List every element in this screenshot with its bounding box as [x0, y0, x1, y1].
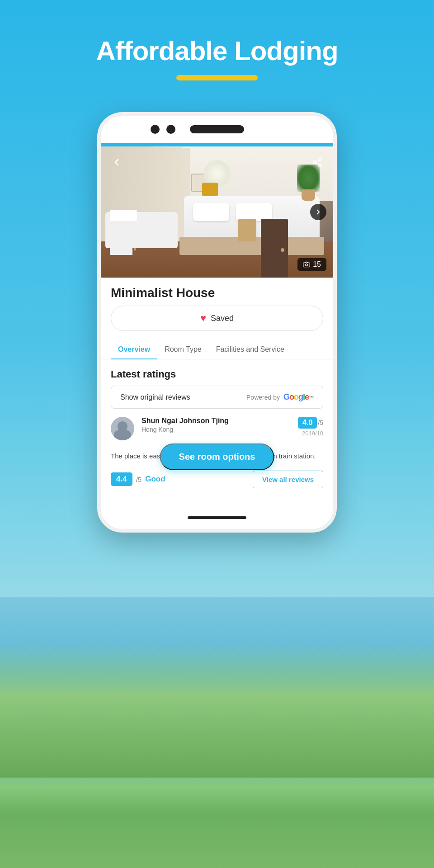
reviewer-info: Shun Ngai Johnson Tjing Hong Kong 4.0/5 … [142, 417, 323, 437]
share-button[interactable] [308, 153, 326, 171]
show-original-reviews-label: Show original reviews [120, 393, 190, 401]
bed2-pillow [110, 210, 137, 221]
svg-line-4 [316, 160, 319, 162]
plant-pot [302, 189, 315, 201]
hotel-image-container: 15 [101, 146, 333, 278]
view-all-reviews-button[interactable]: View all reviews [253, 471, 323, 488]
background-island [0, 642, 434, 778]
svg-rect-5 [303, 263, 310, 267]
svg-line-3 [316, 163, 319, 165]
room-door [261, 219, 288, 278]
phone-bottom-bar [101, 506, 333, 529]
reviewer-top-row: Shun Ngai Johnson Tjing Hong Kong 4.0/5 … [142, 417, 323, 437]
powered-by-text: Powered by [246, 394, 280, 401]
pillow-yellow [202, 183, 218, 196]
reviewer-avatar [111, 417, 134, 440]
tab-room-type[interactable]: Room Type [157, 339, 209, 359]
room-shelf [238, 219, 256, 241]
avatar-body [114, 429, 131, 440]
powered-by-row: Powered by Google™ [246, 392, 314, 402]
svg-point-1 [313, 161, 316, 164]
reviewer-name-location: Shun Ngai Johnson Tjing Hong Kong [142, 417, 229, 433]
tabs-row: Overview Room Type Facilities and Servic… [101, 339, 333, 359]
section-title-ratings: Latest ratings [101, 359, 333, 386]
photo-count-badge: 15 [297, 258, 326, 271]
tab-facilities[interactable]: Facilities and Service [209, 339, 292, 359]
phone-top-bar [101, 116, 333, 143]
bottom-rating-info: 4.4 /5 Good [111, 472, 165, 486]
photo-count-number: 15 [313, 260, 321, 269]
review-score-badge: 4.0 [298, 417, 317, 429]
bed-pillow-1 [193, 203, 229, 221]
phone-camera-left [151, 125, 160, 134]
reviewer-name: Shun Ngai Johnson Tjing [142, 417, 229, 425]
header-underline-decoration [176, 75, 258, 80]
bottom-rating-label: Good [145, 475, 165, 484]
heart-icon: ♥ [200, 312, 206, 324]
review-score-col: 4.0/5 2019/10 [298, 417, 323, 437]
svg-point-2 [319, 164, 321, 167]
next-photo-button[interactable] [310, 204, 326, 220]
bottom-rating-badge: 4.4 [111, 472, 132, 486]
floating-btn-spacer: See room options [101, 502, 333, 506]
bottom-rating-denom: /5 [136, 476, 142, 483]
show-reviews-box[interactable]: Show original reviews Powered by Google™ [111, 386, 323, 409]
bed-pillow-2 [236, 203, 272, 221]
see-room-options-button[interactable]: See room options [160, 443, 274, 470]
door-handle [281, 248, 284, 252]
page-title: Affordable Lodging [0, 36, 434, 66]
phone-camera-right [166, 125, 175, 134]
svg-point-0 [319, 158, 321, 160]
back-button[interactable] [108, 153, 126, 171]
reviewer-location: Hong Kong [142, 426, 229, 433]
tab-overview[interactable]: Overview [111, 339, 157, 359]
saved-label: Saved [211, 314, 234, 323]
home-indicator [188, 516, 246, 519]
review-date: 2019/10 [298, 430, 323, 437]
svg-point-6 [306, 264, 308, 266]
phone-speaker [190, 125, 244, 133]
header-area: Affordable Lodging [0, 0, 434, 99]
room-second-bed [105, 201, 187, 255]
google-logo: Google™ [283, 392, 314, 402]
phone-mockup: 15 Minimalist House ♥ Saved Overview Roo… [97, 112, 337, 533]
saved-button[interactable]: ♥ Saved [111, 306, 323, 331]
hotel-name: Minimalist House [101, 278, 333, 306]
review-score-denom: /5 [318, 419, 323, 426]
